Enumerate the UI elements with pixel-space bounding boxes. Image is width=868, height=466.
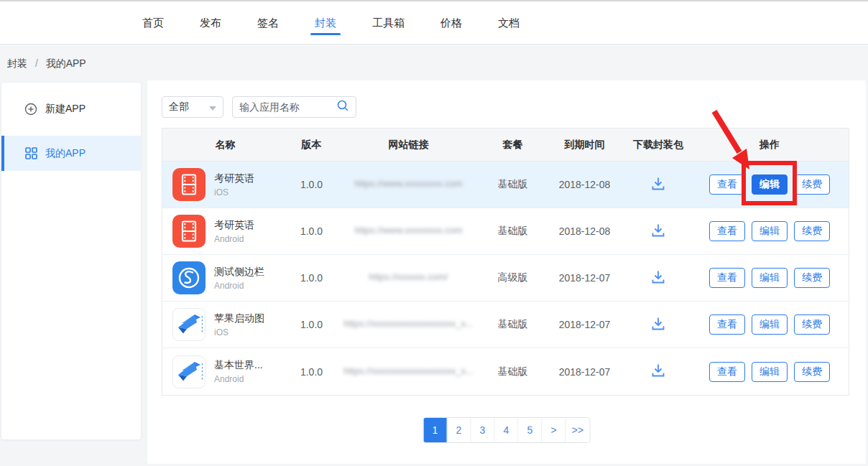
nav-tab-1[interactable]: 首页 <box>142 1 164 44</box>
app-version: 1.0.0 <box>288 272 335 284</box>
app-platform: iOS <box>214 187 254 197</box>
actions-cell: 查看编辑续费 <box>691 362 849 382</box>
column-header: 下载封装包 <box>626 139 691 152</box>
app-title: 基本世界... <box>214 359 263 372</box>
page-button-5[interactable]: 5 <box>519 418 542 442</box>
download-icon[interactable] <box>650 223 666 238</box>
table-row: 苹果启动图iOS1.0.0https://xxxxxxxxxxxxxxxxxx_… <box>162 302 849 348</box>
expiry-date: 2018-12-08 <box>543 225 626 237</box>
website-url-masked: https://xxxxxx.com/ <box>369 271 448 282</box>
column-header: 套餐 <box>482 139 543 152</box>
plan-badge: 高级版 <box>482 271 543 284</box>
app-packaging-page: { "nav": { "items": [ {"label": "首页", "a… <box>0 0 868 466</box>
edit-button-row-3[interactable]: 编辑 <box>752 268 788 288</box>
app-table: 名称版本网站链接套餐到期时间下载封装包操作 考研英语iOS1.0.0https:… <box>162 128 849 396</box>
sidebar-item[interactable]: 新建APP <box>1 91 141 126</box>
actions-cell: 查看编辑续费 <box>691 314 849 335</box>
column-header: 操作 <box>691 139 849 152</box>
main-panel: 全部 名称版本网站链接套餐到期时间下载封装包操作 考研英语iOS1.0.0htt… <box>147 80 866 464</box>
plan-badge: 基础版 <box>482 178 543 191</box>
search-box <box>232 96 356 118</box>
nav-tab-6[interactable]: 价格 <box>440 1 462 44</box>
grid-icon <box>24 147 37 159</box>
app-title: 考研英语 <box>214 219 254 232</box>
app-version: 1.0.0 <box>288 319 335 330</box>
edit-button-row-5[interactable]: 编辑 <box>752 362 788 382</box>
pagination: 12345>>> <box>423 417 591 443</box>
website-url-masked: https://xxxxxxxxxxxxxxxxxx_x... <box>343 318 474 329</box>
app-version: 1.0.0 <box>288 225 335 237</box>
nav-tab-7[interactable]: 文档 <box>498 1 520 44</box>
download-icon[interactable] <box>650 270 666 284</box>
nav-tab-3[interactable]: 签名 <box>257 1 279 44</box>
table-body: 考研英语iOS1.0.0https://www.xxxxxxxx.com基础版2… <box>162 162 849 395</box>
renew-button-row-3[interactable]: 续费 <box>794 268 830 288</box>
category-select[interactable]: 全部 <box>162 96 223 118</box>
search-icon[interactable] <box>336 99 349 115</box>
app-platform: iOS <box>214 327 264 337</box>
view-button-row-1[interactable]: 查看 <box>709 174 745 195</box>
actions-cell: 查看编辑续费 <box>691 268 849 288</box>
expiry-date: 2018-12-07 <box>543 319 626 330</box>
search-input[interactable] <box>239 101 336 113</box>
page-button-1[interactable]: 1 <box>424 418 448 442</box>
expiry-date: 2018-12-08 <box>543 179 626 190</box>
column-header: 到期时间 <box>543 139 626 152</box>
actions-cell: 查看编辑续费 <box>691 174 849 195</box>
renew-button-row-1[interactable]: 续费 <box>794 174 830 195</box>
bird-icon <box>172 355 206 388</box>
app-name-cell: 苹果启动图iOS <box>162 308 288 341</box>
edit-button-row-1[interactable]: 编辑 <box>752 174 788 195</box>
category-select-value: 全部 <box>169 101 189 113</box>
app-platform: Android <box>214 281 264 291</box>
app-name-cell: 考研英语Android <box>162 215 288 248</box>
table-header-row: 名称版本网站链接套餐到期时间下载封装包操作 <box>162 129 849 162</box>
film-icon <box>172 168 206 201</box>
breadcrumb-separator: / <box>35 57 38 69</box>
app-title: 考研英语 <box>214 172 254 185</box>
table-row: 基本世界...Android1.0.0https://xxxxxxxxxxxxx… <box>162 348 849 395</box>
plan-badge: 基础版 <box>482 365 543 378</box>
column-header: 网站链接 <box>335 139 482 152</box>
table-row: 测试侧边栏Android1.0.0https://xxxxxx.com/高级版2… <box>162 255 849 302</box>
chevron-down-icon <box>209 101 216 113</box>
app-name-cell: 测试侧边栏Android <box>162 261 288 294</box>
edit-button-row-2[interactable]: 编辑 <box>752 221 788 241</box>
download-icon[interactable] <box>650 363 666 378</box>
website-url-masked: https://www.xxxxxxxx.com <box>354 225 462 236</box>
view-button-row-3[interactable]: 查看 <box>709 268 745 288</box>
app-version: 1.0.0 <box>288 179 335 190</box>
app-name-cell: 考研英语iOS <box>162 168 288 201</box>
website-url-masked: https://xxxxxxxxxxxxxxxxxx_x... <box>343 365 474 376</box>
expiry-date: 2018-12-07 <box>543 366 626 378</box>
app-title: 测试侧边栏 <box>214 266 264 279</box>
download-icon[interactable] <box>650 317 666 331</box>
nav-tab-2[interactable]: 发布 <box>200 1 221 44</box>
breadcrumb-section[interactable]: 封装 <box>7 57 27 69</box>
app-version: 1.0.0 <box>288 366 335 378</box>
sidebar-item-label: 新建APP <box>45 103 86 116</box>
plan-badge: 基础版 <box>482 225 543 238</box>
film-icon <box>172 215 206 248</box>
table-row: 考研英语Android1.0.0https://www.xxxxxxxx.com… <box>162 208 849 255</box>
page-button-2[interactable]: 2 <box>448 418 471 442</box>
nav-tab-4-active[interactable]: 封装 <box>315 1 336 44</box>
app-name-cell: 基本世界...Android <box>162 355 288 388</box>
nav-tab-5[interactable]: 工具箱 <box>372 1 405 44</box>
sidebar-item-label: 我的APP <box>45 147 86 160</box>
last-page-button[interactable]: >> <box>566 418 590 442</box>
sidebar-item-active[interactable]: 我的APP <box>1 136 141 171</box>
renew-button-row-2[interactable]: 续费 <box>794 221 830 241</box>
app-platform: Android <box>214 234 254 244</box>
renew-button-row-5[interactable]: 续费 <box>794 362 830 382</box>
view-button-row-2[interactable]: 查看 <box>709 221 745 241</box>
edit-button-row-4[interactable]: 编辑 <box>752 314 788 335</box>
download-icon[interactable] <box>650 177 666 191</box>
view-button-row-5[interactable]: 查看 <box>709 362 745 382</box>
page-button-4[interactable]: 4 <box>495 418 519 442</box>
page-button-3[interactable]: 3 <box>471 418 495 442</box>
sidebar: 新建APP我的APP <box>1 83 141 439</box>
view-button-row-4[interactable]: 查看 <box>709 314 745 335</box>
renew-button-row-4[interactable]: 续费 <box>794 314 830 335</box>
next-page-button[interactable]: > <box>542 418 566 442</box>
